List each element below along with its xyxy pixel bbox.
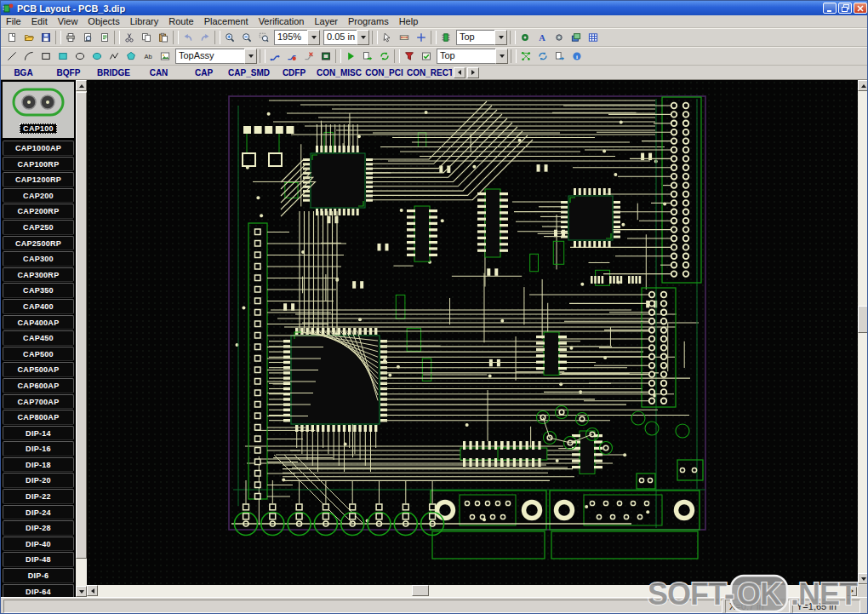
draw-filled-ellipse-button[interactable] xyxy=(89,49,106,64)
update-from-schematic-button[interactable] xyxy=(534,49,551,64)
pattern-item-cap700ap[interactable]: CAP700AP xyxy=(3,394,74,410)
selected-pattern-label[interactable]: CAP100 xyxy=(20,123,57,134)
grid-size-combo[interactable]: 0.05 in xyxy=(323,30,369,45)
menu-verification[interactable]: Verification xyxy=(254,16,310,26)
tab-bqfp[interactable]: BQFP xyxy=(46,67,91,77)
pattern-item-cap300[interactable]: CAP300 xyxy=(3,251,74,267)
close-button[interactable] xyxy=(854,3,867,14)
menu-placement[interactable]: Placement xyxy=(199,16,254,26)
canvas-horizontal-scrollbar[interactable] xyxy=(87,585,858,597)
menu-help[interactable]: Help xyxy=(394,16,424,26)
draw-line-button[interactable] xyxy=(3,49,20,64)
route-manual-button[interactable] xyxy=(266,49,283,64)
redo-button[interactable] xyxy=(197,30,214,45)
menu-file[interactable]: File xyxy=(1,16,26,26)
draw-filled-rectangle-button[interactable] xyxy=(54,49,71,64)
tab-bridge[interactable]: BRIDGE xyxy=(91,67,136,77)
default-mode-button[interactable] xyxy=(379,30,396,45)
autoroute-export-button[interactable] xyxy=(359,49,376,64)
pattern-item-cap800ap[interactable]: CAP800AP xyxy=(3,410,74,425)
pattern-item-dip-18[interactable]: DIP-18 xyxy=(3,457,74,473)
pattern-item-dip-48[interactable]: DIP-48 xyxy=(3,552,74,567)
draw-layer-dropdown-button[interactable] xyxy=(244,49,257,64)
tab-con_misc[interactable]: CON_MISC xyxy=(317,67,362,77)
menu-route[interactable]: Route xyxy=(163,16,198,26)
pattern-item-cap300rp[interactable]: CAP300RP xyxy=(3,267,74,283)
canvas-scroll-up-button[interactable] xyxy=(858,80,868,91)
pattern-item-dip-40[interactable]: DIP-40 xyxy=(3,537,74,552)
draw-polyline-button[interactable] xyxy=(106,49,123,64)
menu-library[interactable]: Library xyxy=(125,16,164,26)
restore-button[interactable] xyxy=(838,3,852,14)
pattern-item-cap450[interactable]: CAP450 xyxy=(3,330,74,346)
pattern-item-cap100rp[interactable]: CAP100RP xyxy=(3,157,74,172)
pattern-item-dip-28[interactable]: DIP-28 xyxy=(3,520,74,536)
pattern-item-cap2500rp[interactable]: CAP2500RP xyxy=(3,236,74,251)
place-component-button[interactable] xyxy=(437,30,454,45)
pattern-item-cap250[interactable]: CAP250 xyxy=(3,220,74,235)
pattern-item-dip-20[interactable]: DIP-20 xyxy=(3,473,74,488)
zoom-level-value[interactable]: 195% xyxy=(274,30,307,45)
route-layer-combo[interactable]: Top xyxy=(437,49,508,64)
place-text-button[interactable]: A xyxy=(534,30,551,45)
pcb-canvas[interactable] xyxy=(87,80,858,585)
canvas-vscroll-thumb[interactable] xyxy=(858,306,868,333)
design-info-button[interactable]: i xyxy=(568,49,585,64)
tab-scroll-right-button[interactable] xyxy=(467,67,479,78)
layers-table-button[interactable] xyxy=(585,30,602,45)
canvas-scroll-left-button[interactable] xyxy=(87,585,98,596)
zoom-level-dropdown-button[interactable] xyxy=(307,30,320,45)
run-autorouter-button[interactable] xyxy=(342,49,359,64)
pattern-item-dip-14[interactable]: DIP-14 xyxy=(3,426,74,441)
pattern-item-cap1200rp[interactable]: CAP1200RP xyxy=(3,172,74,187)
pattern-item-cap350[interactable]: CAP350 xyxy=(3,283,74,298)
pattern-item-cap500[interactable]: CAP500 xyxy=(3,347,74,362)
undo-button[interactable] xyxy=(180,30,197,45)
cut-button[interactable] xyxy=(121,30,138,45)
new-button[interactable] xyxy=(3,30,20,45)
place-picture-button[interactable] xyxy=(157,49,174,64)
place-text-label-button[interactable]: Ab xyxy=(140,49,157,64)
component-side-combo[interactable]: Top xyxy=(456,30,507,45)
pattern-item-dip-24[interactable]: DIP-24 xyxy=(3,505,74,520)
net-filter-button[interactable] xyxy=(401,49,418,64)
draw-arc-button[interactable] xyxy=(20,49,37,64)
component-side-dropdown-button[interactable] xyxy=(494,30,507,45)
tab-bga[interactable]: BGA xyxy=(1,67,46,77)
pattern-item-dip-64[interactable]: DIP-64 xyxy=(3,584,74,597)
tab-cap[interactable]: CAP xyxy=(181,67,226,77)
design-area[interactable] xyxy=(87,80,858,585)
verify-design-button[interactable] xyxy=(418,49,435,64)
draw-polygon-button[interactable] xyxy=(123,49,140,64)
copy-button[interactable] xyxy=(138,30,155,45)
zoom-window-button[interactable] xyxy=(255,30,272,45)
tab-cap_smd[interactable]: CAP_SMD xyxy=(226,67,271,77)
route-layer-value[interactable]: Top xyxy=(437,49,495,64)
print-preview-button[interactable] xyxy=(79,30,96,45)
tab-cdfp[interactable]: CDFP xyxy=(271,67,317,77)
menu-programs[interactable]: Programs xyxy=(343,16,394,26)
pattern-item-cap600ap[interactable]: CAP600AP xyxy=(3,378,74,393)
show-ratsnest-button[interactable] xyxy=(517,49,534,64)
tab-con_rect[interactable]: CON_RECT xyxy=(407,67,452,77)
pattern-item-cap400[interactable]: CAP400 xyxy=(3,299,74,314)
tab-con_pci[interactable]: CON_PCI xyxy=(362,67,407,77)
paste-button[interactable] xyxy=(155,30,172,45)
draw-ellipse-button[interactable] xyxy=(71,49,89,64)
menu-layer[interactable]: Layer xyxy=(309,16,343,26)
place-origin-button[interactable] xyxy=(413,30,430,45)
save-button[interactable] xyxy=(37,30,54,45)
place-via-button[interactable] xyxy=(517,30,534,45)
menu-view[interactable]: View xyxy=(53,16,83,26)
component-side-value[interactable]: Top xyxy=(456,30,494,45)
pattern-item-cap500ap[interactable]: CAP500AP xyxy=(3,362,74,377)
menu-objects[interactable]: Objects xyxy=(83,16,124,26)
zoom-out-button[interactable] xyxy=(238,30,255,45)
route-edit-button[interactable] xyxy=(283,49,300,64)
measure-button[interactable] xyxy=(396,30,413,45)
layer-setup-button[interactable] xyxy=(568,30,585,45)
canvas-hscroll-thumb[interactable] xyxy=(412,585,429,596)
place-pad-button[interactable] xyxy=(551,30,568,45)
pattern-item-dip-22[interactable]: DIP-22 xyxy=(3,489,74,504)
tab-can[interactable]: CAN xyxy=(136,67,181,77)
